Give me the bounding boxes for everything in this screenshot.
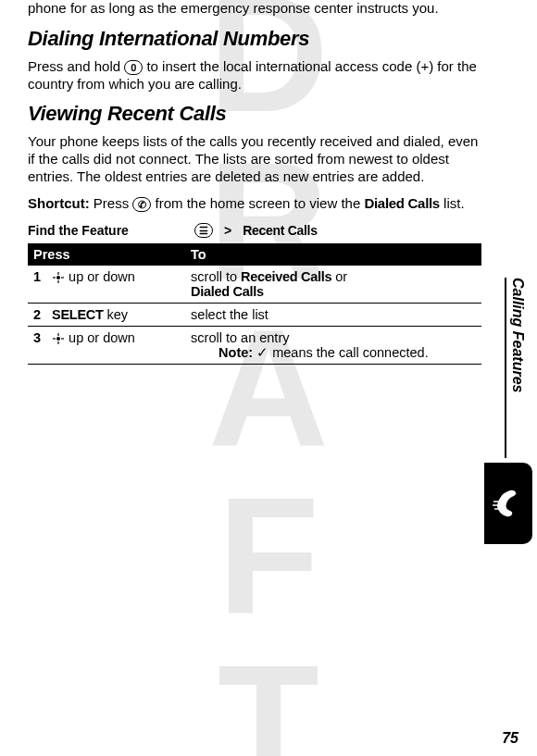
step-num-2: 2 [28,304,46,327]
table-row: 1 up or down scroll to Received Calls or… [28,266,481,304]
th-press: Press [28,243,185,266]
press-suffix-2: key [103,307,128,322]
note-label: Note: [219,345,253,360]
phone-tab-icon [484,463,532,544]
find-feature-label: Find the Feature [28,223,194,238]
intl-text-a: Press and hold [28,58,124,74]
table-row: 2 SELECT key select the list [28,304,481,327]
select-key-text: SELECT [52,307,103,322]
svg-point-0 [56,276,60,279]
step-press-3: up or down [46,327,185,365]
steps-table: Press To 1 up or down scroll to Received… [28,243,481,365]
find-feature-path: ☰ > Recent Calls [194,223,318,238]
page-content: phone for as long as the emergency respo… [28,0,481,365]
th-to: To [185,243,481,266]
send-key-icon: ✆ [132,197,151,212]
handset-icon [490,485,527,522]
note-body: means the call connected. [268,345,429,360]
to1-b: or [331,269,347,284]
step-to-1: scroll to Received Calls or Dialed Calls [185,266,481,304]
step-press-1: up or down [46,266,185,304]
top-paragraph: phone for as long as the emergency respo… [28,0,481,18]
shortcut-c: list. [440,195,465,211]
find-feature-row: Find the Feature ☰ > Recent Calls [28,223,481,238]
shortcut-b: from the home screen to view the [151,195,364,211]
svg-point-5 [56,337,60,341]
to3-text: scroll to an entry [191,330,289,345]
step-num-3: 3 [28,327,46,365]
dialed-calls-text: Dialed Calls [191,284,264,299]
received-calls-text: Received Calls [241,269,331,284]
step-num-1: 1 [28,266,46,304]
checkmark-icon: ✓ [256,345,268,360]
to1-a: scroll to [191,269,241,284]
path-gt: > [224,223,231,238]
step-to-3: scroll to an entry Note: ✓ means the cal… [185,327,481,365]
page-number: 75 [502,730,518,747]
press-suffix-3: up or down [65,330,135,345]
press-suffix-1: up or down [65,269,135,284]
shortcut-a: Press [90,195,133,211]
recent-body: Your phone keeps lists of the calls you … [28,133,481,185]
table-header-row: Press To [28,243,481,266]
step-to-2: select the list [185,304,481,327]
shortcut-line: Shortcut: Press ✆ from the home screen t… [28,195,481,213]
nav-key-icon [52,332,65,345]
heading-international: Dialing International Numbers [28,27,481,51]
key-zero-icon: 0 [124,60,143,75]
nav-key-icon [52,271,65,284]
table-row: 3 up or down scroll to an entry Note: ✓ … [28,327,481,365]
dialed-calls-menu-text: Dialed Calls [364,195,439,211]
shortcut-label: Shortcut: [28,195,90,211]
recent-calls-menu-text: Recent Calls [243,223,317,238]
international-body: Press and hold 0 to insert the local int… [28,58,481,93]
heading-recent-calls: Viewing Recent Calls [28,102,481,126]
step-press-2: SELECT key [46,304,185,327]
menu-key-icon: ☰ [194,223,213,238]
section-tab-label: Calling Features [509,278,526,392]
side-divider [505,278,506,458]
